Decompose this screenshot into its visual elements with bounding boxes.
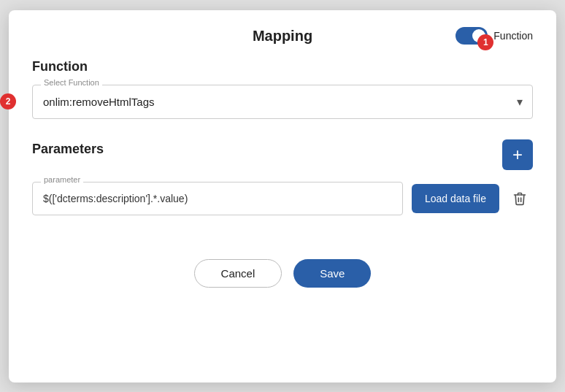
parameter-input[interactable] <box>32 182 403 215</box>
modal-header: Mapping 1 Function <box>32 28 533 45</box>
modal-title: Mapping <box>253 28 312 45</box>
modal-overlay: Mapping 1 Function Function Select Funct… <box>0 0 565 392</box>
parameter-row: parameter Load data file <box>32 182 533 215</box>
delete-parameter-button[interactable] <box>507 185 533 212</box>
load-data-file-button[interactable]: Load data file <box>412 184 499 213</box>
modal: Mapping 1 Function Function Select Funct… <box>9 10 556 383</box>
function-toggle[interactable]: 1 <box>456 27 488 45</box>
select-function-field[interactable]: onlim:removeHtmlTags <box>32 85 533 119</box>
parameters-section: Parameters + parameter Load data file <box>32 139 533 215</box>
function-section: Function Select Function onlim:removeHtm… <box>32 59 533 119</box>
toggle-label: Function <box>493 30 533 42</box>
parameters-section-title: Parameters <box>32 142 104 157</box>
trash-icon <box>512 191 527 206</box>
header-right: 1 Function <box>456 27 533 45</box>
parameter-input-wrapper: parameter <box>32 182 403 215</box>
function-section-title: Function <box>32 59 533 74</box>
parameter-label: parameter <box>41 175 83 184</box>
cancel-button[interactable]: Cancel <box>194 259 282 288</box>
badge-1: 1 <box>477 34 493 50</box>
modal-footer: Cancel Save <box>32 259 533 288</box>
add-parameter-button[interactable]: + <box>502 139 533 170</box>
select-function-label: Select Function <box>41 78 102 87</box>
badge-2: 2 <box>0 93 16 109</box>
select-function-wrapper: Select Function onlim:removeHtmlTags ▾ 2 <box>32 85 533 119</box>
save-button[interactable]: Save <box>293 259 371 288</box>
parameters-header: Parameters + <box>32 139 533 170</box>
